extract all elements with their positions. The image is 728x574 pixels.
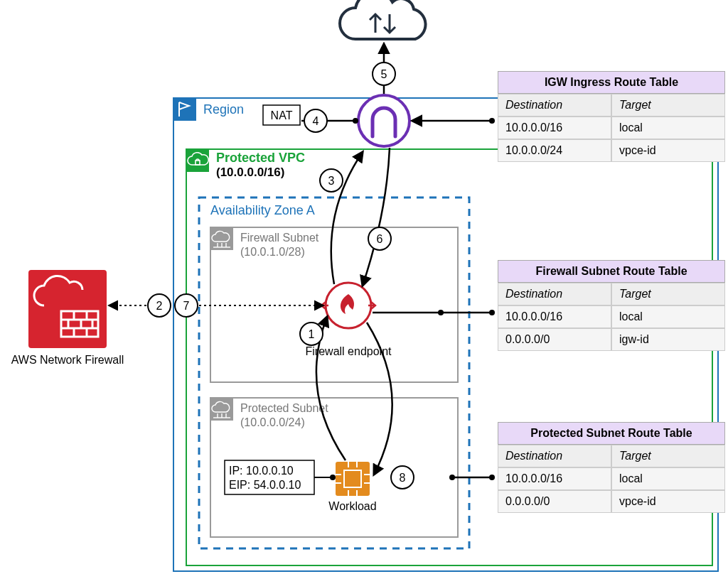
step-8: 8 (391, 466, 414, 489)
workload-eip: EIP: 54.0.0.10 (229, 479, 301, 491)
firewall-subnet-name: Firewall Subnet (240, 232, 319, 244)
step-6: 6 (368, 227, 391, 250)
svg-point-34 (353, 118, 358, 124)
internet-cloud-icon (340, 0, 426, 39)
prot-rt-title: Protected Subnet Route Table (498, 422, 725, 445)
svg-text:6: 6 (377, 233, 383, 245)
svg-point-37 (489, 310, 495, 315)
svg-rect-10 (336, 462, 370, 496)
svg-point-38 (449, 475, 455, 480)
step-4: 4 (304, 109, 327, 132)
igw-route-table: IGW Ingress Route Table DestinationTarge… (498, 71, 725, 162)
protected-route-table: Protected Subnet Route Table Destination… (498, 422, 725, 513)
svg-text:2: 2 (156, 300, 163, 312)
svg-text:4: 4 (313, 115, 319, 127)
architecture-diagram: Region Protected VPC (10.0.0.0/16) Avail… (0, 0, 728, 574)
workload-ip: IP: 10.0.0.10 (229, 465, 294, 477)
svg-text:1: 1 (309, 328, 315, 340)
firewall-endpoint-icon (321, 283, 375, 328)
svg-text:5: 5 (381, 68, 387, 80)
nat-label: NAT (271, 109, 293, 121)
svg-point-36 (438, 310, 444, 315)
igw-icon (358, 95, 410, 146)
svg-point-22 (358, 95, 410, 146)
region-label: Region (203, 102, 244, 117)
svg-point-5 (326, 283, 371, 328)
svg-text:8: 8 (400, 472, 406, 484)
region-badge (173, 98, 196, 121)
vpc-cidr: (10.0.0.0/16) (216, 166, 284, 179)
svg-point-35 (489, 118, 495, 124)
protected-subnet-cidr: (10.0.0.0/24) (240, 416, 305, 428)
az-label: Availability Zone A (210, 203, 315, 217)
fw-rt-title: Firewall Subnet Route Table (498, 260, 725, 283)
firewall-route-table: Firewall Subnet Route Table DestinationT… (498, 260, 725, 351)
svg-point-21 (330, 475, 336, 480)
firewall-subnet-cidr: (10.0.1.0/28) (240, 246, 305, 258)
svg-point-39 (489, 475, 495, 480)
step-7: 7 (175, 294, 198, 317)
svg-text:3: 3 (328, 175, 335, 187)
vpc-name: Protected VPC (216, 151, 305, 165)
step-3: 3 (320, 169, 343, 192)
arrow-igw-to-fw (363, 148, 390, 286)
step-1: 1 (300, 323, 323, 345)
protected-subnet-name: Protected Subnet (240, 402, 328, 414)
service-label: AWS Network Firewall (11, 354, 124, 366)
workload-icon (336, 462, 370, 496)
igw-rt-title: IGW Ingress Route Table (498, 71, 725, 94)
aws-network-firewall-icon (28, 270, 107, 348)
step-5: 5 (373, 63, 395, 85)
az-box (199, 197, 469, 548)
workload-label: Workload (328, 500, 376, 512)
svg-text:7: 7 (183, 300, 190, 312)
step-2: 2 (148, 294, 171, 317)
